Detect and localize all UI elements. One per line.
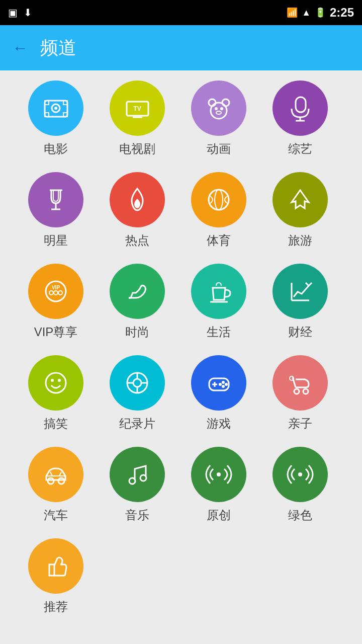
channel-label-tv: 电视剧 bbox=[119, 141, 155, 157]
channel-label-fashion: 时尚 bbox=[125, 324, 149, 340]
download-icon: ⬇ bbox=[24, 7, 32, 19]
channel-item-movie[interactable]: 电影 bbox=[15, 80, 97, 157]
channel-item-green[interactable]: 绿色 bbox=[259, 447, 341, 523]
svg-point-46 bbox=[225, 383, 228, 386]
channel-icon-sports bbox=[191, 172, 246, 227]
svg-point-6 bbox=[54, 107, 57, 110]
channel-icon-animation bbox=[191, 80, 246, 136]
channel-item-game[interactable]: 游戏 bbox=[178, 355, 259, 432]
svg-point-22 bbox=[209, 190, 229, 210]
channel-label-movie: 电影 bbox=[44, 141, 68, 157]
svg-point-37 bbox=[133, 379, 141, 387]
channel-icon-tv: TV bbox=[110, 80, 165, 136]
channel-grid: 电影 TV 电视剧 动画 综艺 明星 热点 bbox=[0, 70, 362, 644]
channel-item-variety[interactable]: 综艺 bbox=[259, 80, 341, 157]
svg-point-56 bbox=[140, 475, 146, 481]
channel-icon-hotspot bbox=[110, 172, 165, 227]
channel-item-original[interactable]: 原创 bbox=[178, 447, 259, 523]
channel-icon-documentary bbox=[110, 355, 165, 411]
channel-icon-movie bbox=[28, 80, 83, 136]
status-bar: ▣ ⬇ 📶 ▲ 🔋 2:25 bbox=[0, 0, 362, 25]
channel-item-vip[interactable]: VIP VIP尊享 bbox=[15, 264, 97, 340]
channel-label-animation: 动画 bbox=[207, 141, 231, 157]
channel-icon-parent bbox=[273, 355, 328, 411]
svg-point-45 bbox=[222, 381, 225, 384]
channel-icon-green bbox=[273, 447, 328, 502]
channel-icon-travel bbox=[273, 172, 328, 227]
svg-point-34 bbox=[51, 379, 54, 382]
channel-icon-recommend bbox=[28, 538, 83, 594]
svg-rect-16 bbox=[296, 97, 306, 112]
svg-point-53 bbox=[58, 478, 64, 484]
svg-point-52 bbox=[48, 478, 54, 484]
svg-point-33 bbox=[46, 373, 66, 393]
channel-label-car: 汽车 bbox=[44, 507, 68, 523]
svg-point-47 bbox=[222, 385, 225, 388]
channel-label-recommend: 推荐 bbox=[44, 599, 68, 615]
status-bar-right: 📶 ▲ 🔋 2:25 bbox=[287, 6, 354, 20]
channel-item-funny[interactable]: 搞笑 bbox=[15, 355, 97, 432]
channel-icon-original bbox=[191, 447, 246, 502]
screenshot-icon: ▣ bbox=[8, 7, 18, 19]
svg-text:TV: TV bbox=[133, 105, 141, 112]
channel-icon-funny bbox=[28, 355, 83, 411]
channel-label-documentary: 纪录片 bbox=[119, 416, 155, 432]
channel-label-green: 绿色 bbox=[288, 507, 312, 523]
channel-label-life: 生活 bbox=[207, 324, 231, 340]
svg-point-55 bbox=[129, 478, 135, 484]
channel-item-life[interactable]: 生活 bbox=[178, 264, 259, 340]
channel-label-vip: VIP尊享 bbox=[34, 324, 78, 340]
channel-item-car[interactable]: 汽车 bbox=[15, 447, 97, 523]
channel-item-recommend[interactable]: 推荐 bbox=[15, 538, 97, 615]
channel-icon-life bbox=[191, 264, 246, 319]
svg-point-50 bbox=[303, 389, 308, 394]
svg-point-13 bbox=[215, 107, 218, 110]
channel-label-variety: 综艺 bbox=[288, 141, 312, 157]
channel-item-fashion[interactable]: 时尚 bbox=[97, 264, 178, 340]
channel-item-documentary[interactable]: 纪录片 bbox=[97, 355, 178, 432]
status-bar-left: ▣ ⬇ bbox=[8, 7, 32, 19]
channel-icon-finance bbox=[273, 264, 328, 319]
channel-item-tv[interactable]: TV 电视剧 bbox=[97, 80, 178, 157]
channel-label-hotspot: 热点 bbox=[125, 232, 149, 249]
svg-point-27 bbox=[54, 291, 58, 295]
channel-icon-variety bbox=[273, 80, 328, 136]
channel-label-star: 明星 bbox=[44, 232, 68, 249]
svg-point-49 bbox=[294, 389, 299, 394]
svg-point-26 bbox=[49, 291, 53, 295]
page-title: 频道 bbox=[40, 36, 76, 60]
channel-icon-fashion bbox=[110, 264, 165, 319]
channel-item-travel[interactable]: 旅游 bbox=[259, 172, 341, 249]
channel-icon-star bbox=[28, 172, 83, 227]
wifi-icon: 📶 bbox=[287, 7, 298, 18]
channel-item-finance[interactable]: 财经 bbox=[259, 264, 341, 340]
time-display: 2:25 bbox=[330, 6, 354, 20]
svg-point-58 bbox=[298, 472, 302, 476]
channel-item-star[interactable]: 明星 bbox=[15, 172, 97, 249]
channel-label-travel: 旅游 bbox=[288, 232, 312, 249]
channel-label-parent: 亲子 bbox=[288, 416, 312, 432]
svg-point-15 bbox=[216, 111, 221, 114]
channel-icon-game bbox=[191, 355, 246, 411]
svg-point-23 bbox=[215, 190, 223, 210]
svg-point-28 bbox=[58, 291, 62, 295]
svg-point-57 bbox=[217, 472, 221, 476]
channel-label-funny: 搞笑 bbox=[44, 416, 68, 432]
svg-point-48 bbox=[219, 383, 222, 386]
signal-icon: ▲ bbox=[302, 8, 311, 18]
channel-item-parent[interactable]: 亲子 bbox=[259, 355, 341, 432]
battery-icon: 🔋 bbox=[315, 7, 326, 18]
channel-item-music[interactable]: 音乐 bbox=[97, 447, 178, 523]
channel-label-sports: 体育 bbox=[207, 232, 231, 249]
channel-item-sports[interactable]: 体育 bbox=[178, 172, 259, 249]
back-button[interactable]: ← bbox=[12, 39, 28, 57]
channel-icon-vip: VIP bbox=[28, 264, 83, 319]
svg-point-14 bbox=[220, 107, 223, 110]
channel-icon-car bbox=[28, 447, 83, 502]
channel-item-hotspot[interactable]: 热点 bbox=[97, 172, 178, 249]
channel-label-original: 原创 bbox=[207, 507, 231, 523]
svg-text:VIP: VIP bbox=[51, 285, 59, 290]
channel-item-animation[interactable]: 动画 bbox=[178, 80, 259, 157]
header: ← 频道 bbox=[0, 25, 362, 70]
channel-label-finance: 财经 bbox=[288, 324, 312, 340]
